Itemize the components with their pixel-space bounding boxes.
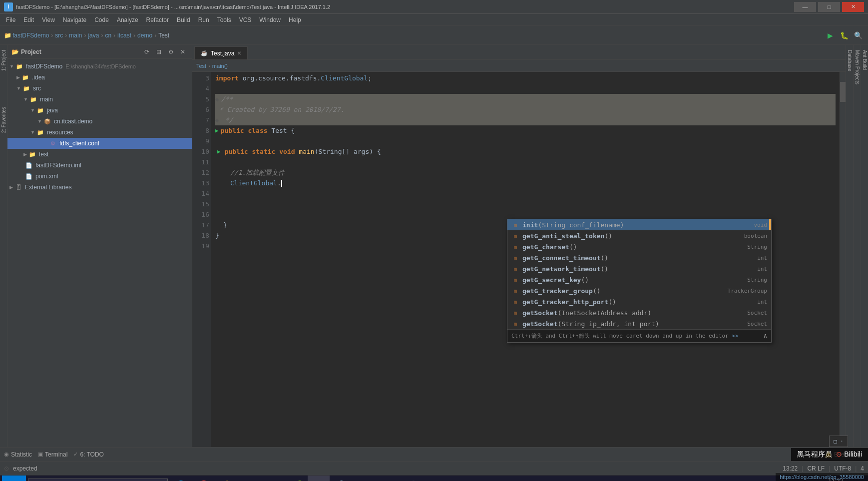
menu-window[interactable]: Window [255,15,285,24]
menu-view[interactable]: View [38,15,59,24]
menu-tools[interactable]: Tools [213,15,235,24]
ac-item-getsocket1[interactable]: m getSocket(InetSocketAddress addr) Sock… [507,307,771,318]
menu-edit[interactable]: Edit [19,15,38,24]
ac-item-name-3: getG_charset() [522,242,727,252]
tree-item-idea[interactable]: ▶ 📁 .idea [7,72,192,83]
autocomplete-popup[interactable]: m init(String conf_filename) void m getG… [507,219,772,343]
taskbar: ⊞ 🔍 在这里输入您要搜索的内容 🎤 🌐 🔴 🔔 💼 📁 🌿 I 🔨 💻 📧 🎵… [0,475,868,481]
bc-test[interactable]: Test [196,63,206,69]
menu-run[interactable]: Run [194,15,213,24]
ac-item-init[interactable]: m init(String conf_filename) void [507,219,771,230]
breadcrumb-cn[interactable]: cn [105,32,111,39]
maximize-button[interactable]: □ [818,2,840,12]
ant-tab[interactable]: Ant Build [861,47,868,73]
breadcrumb-java[interactable]: java [88,32,99,39]
taskbar-item-10[interactable]: 📧 [377,476,399,481]
tree-item-resources[interactable]: ▼ 📁 resources [7,127,192,138]
bc-main[interactable]: main() [212,63,228,69]
terminal-btn[interactable]: ▣ Terminal [38,451,67,458]
taskbar-item-3[interactable]: 🔔 [216,476,238,481]
menu-file[interactable]: File [2,15,19,24]
taskbar-search[interactable]: 🔍 在这里输入您要搜索的内容 🎤 [28,479,168,481]
tree-item-main[interactable]: ▼ 📁 main [7,94,192,105]
ac-item-network[interactable]: m getG_network_timeout() int [507,263,771,274]
tree-item-src[interactable]: ▼ 📁 src [7,83,192,94]
menu-help[interactable]: Help [285,15,305,24]
breadcrumb-main[interactable]: main [69,32,82,39]
ac-item-type-6: String [727,275,767,285]
taskbar-item-6[interactable]: 🌿 [285,476,307,481]
ac-method-icon-2: m [511,232,519,240]
project-header: 📂 Project ⟳ ⊟ ⚙ ✕ [7,45,192,59]
breadcrumb-src[interactable]: src [55,32,63,39]
menu-navigate[interactable]: Navigate [59,15,90,24]
tree-item-external[interactable]: ▶ 🗄 External Libraries [7,182,192,193]
project-sync-btn[interactable]: ⟳ [142,47,152,57]
breadcrumb-fastdfsdemo[interactable]: fastDFSdemo [12,32,49,39]
tab-test-java[interactable]: ☕ Test.java ✕ [194,46,248,59]
project-collapse-btn[interactable]: ⊟ [154,47,164,57]
run-toolbar-btn[interactable]: ▶ [824,29,836,41]
ac-item-trackerhttp[interactable]: m getG_tracker_http_port() int [507,296,771,307]
menu-refactor[interactable]: Refactor [142,15,173,24]
website-link[interactable]: https://blog.csdn.net/qq_35580000 [776,473,868,481]
side-tab-favorites[interactable]: 2: Favorites [0,104,7,136]
taskbar-start-btn[interactable]: ⊞ [2,476,26,481]
taskbar-item-1[interactable]: 🌐 [170,476,192,481]
breadcrumb-itcast[interactable]: itcast [117,32,131,39]
todo-btn[interactable]: ✓ 6: TODO [73,451,104,458]
breadcrumb-test[interactable]: Test [158,32,169,39]
statistic-btn[interactable]: ◉ Statistic [4,451,32,458]
taskbar-item-4[interactable]: 💼 [239,476,261,481]
window-controls[interactable]: — □ ✕ [794,2,864,12]
ac-item-charset[interactable]: m getG_charset() String [507,241,771,252]
tab-close-btn[interactable]: ✕ [237,50,241,56]
status-indent[interactable]: 4 [861,465,864,472]
breadcrumb-demo[interactable]: demo [137,32,152,39]
tab-icon: ☕ [201,50,208,56]
ac-hint-bar: Ctrl+↓箭头 and Ctrl+↑箭头 will move caret do… [507,329,771,342]
minimize-button[interactable]: — [794,2,816,12]
taskbar-item-9[interactable]: 💻 [354,476,376,481]
tree-label-iml: fastDFSdemo.iml [35,162,81,169]
taskbar-item-8[interactable]: 🔨 [331,476,353,481]
menu-analyze[interactable]: Analyze [113,15,142,24]
ac-item-getsocket2[interactable]: m getSocket(String ip_addr, int port) So… [507,318,771,329]
tree-item-package[interactable]: ▼ 📦 cn.itcast.demo [7,116,192,127]
taskbar-item-2[interactable]: 🔴 [193,476,215,481]
tree-item-root[interactable]: ▼ 📁 fastDFSdemo E:\shanghai34\fastDFSdem… [7,61,192,72]
search-everywhere-btn[interactable]: 🔍 [852,29,864,41]
tree-item-test[interactable]: ▶ 📁 test [7,149,192,160]
debug-toolbar-btn[interactable]: 🐛 [838,29,850,41]
status-encoding[interactable]: UTF-8 [834,465,851,472]
scroll-thumb[interactable] [840,82,846,102]
taskbar-item-11[interactable]: 🎵 [400,476,422,481]
side-tab-project[interactable]: 1: Project [0,47,7,74]
menu-code[interactable]: Code [90,15,113,24]
status-position[interactable]: 13:22 [783,465,798,472]
project-settings-btn[interactable]: ⚙ [166,47,176,57]
menu-vcs[interactable]: VCS [235,15,256,24]
status-lineending[interactable]: CR LF [807,465,825,472]
ac-method-icon-4: m [511,254,519,262]
database-tab[interactable]: Database [846,47,854,74]
editor-scrollbar[interactable] [840,72,846,447]
code-content[interactable]: import org.csource.fastdfs.ClientGlobal;… [211,72,840,447]
ac-item-secret[interactable]: m getG_secret_key() String [507,274,771,285]
status-message: expected [13,465,37,472]
maven-tab[interactable]: Maven Projects [854,47,861,87]
project-close-btn[interactable]: ✕ [178,47,188,57]
tree-item-iml[interactable]: 📄 fastDFSdemo.iml [7,160,192,171]
menu-build[interactable]: Build [173,15,194,24]
tree-item-java[interactable]: ▼ 📁 java [7,105,192,116]
ac-item-connect[interactable]: m getG_connect_timeout() int [507,252,771,263]
ac-item-antisteal[interactable]: m getG_anti_steal_token() boolean [507,230,771,241]
tree-item-pom[interactable]: 📄 pom.xml [7,171,192,182]
code-editor[interactable]: 3 4 5 6 7 8 9 10 11 12 13 14 15 16 17 18… [192,72,846,447]
taskbar-item-intellij[interactable]: I [308,476,330,481]
close-button[interactable]: ✕ [842,2,864,12]
tree-item-conf[interactable]: ⚙ fdfs_client.conf [7,138,192,149]
taskbar-item-5[interactable]: 📁 [262,476,284,481]
ac-item-name-5: getG_network_timeout() [522,264,727,274]
ac-item-trackergroup[interactable]: m getG_tracker_group() TrackerGroup [507,285,771,296]
